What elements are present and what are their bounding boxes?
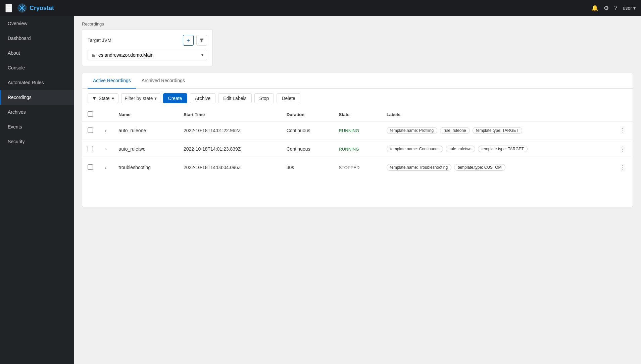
row3-checkbox[interactable]	[88, 164, 93, 170]
row3-more-button[interactable]: ⋮	[619, 163, 627, 172]
sidebar-item-events-label: Events	[8, 124, 22, 129]
row2-actions-cell: ⋮	[613, 140, 633, 158]
row2-labels: template.name: Continuous rule: ruletwo …	[381, 140, 613, 158]
breadcrumb-text: Recordings	[82, 21, 104, 27]
row2-label-1: template.name: Continuous	[387, 146, 443, 152]
row3-label-2: template.type: CUSTOM	[454, 164, 505, 171]
recordings-table: Name Start Time Duration State Labels	[82, 108, 633, 176]
user-chevron-icon: ▾	[633, 5, 636, 11]
target-select-chevron-icon: ▾	[201, 53, 203, 57]
stop-button[interactable]: Stop	[254, 93, 274, 103]
add-target-button[interactable]: ＋	[183, 35, 194, 46]
table-body: › auto_ruleone 2022-10-18T14:01:22.962Z …	[82, 121, 633, 177]
filter-state-button[interactable]: ▼ State ▾	[88, 93, 118, 103]
target-card-actions: ＋ 🗑	[183, 35, 207, 46]
row2-more-button[interactable]: ⋮	[619, 145, 627, 153]
sidebar-item-about-label: About	[8, 50, 20, 56]
row3-expand-cell: ›	[98, 158, 113, 177]
row1-name: auto_ruleone	[113, 121, 178, 140]
sidebar-item-recordings-label: Recordings	[8, 95, 32, 100]
row2-duration: Continuous	[281, 140, 334, 158]
header-name: Name	[113, 108, 178, 121]
edit-labels-button[interactable]: Edit Labels	[218, 93, 251, 103]
topbar-actions: 🔔 ⚙ ? user ▾	[591, 5, 636, 12]
header-checkbox-col	[82, 108, 98, 121]
row1-labels: template.name: Profiling rule: ruleone t…	[381, 121, 613, 140]
sidebar-item-dashboard-label: Dashboard	[8, 36, 31, 41]
row3-actions-cell: ⋮	[613, 158, 633, 177]
row1-start-time: 2022-10-18T14:01:22.962Z	[178, 121, 281, 140]
row2-name: auto_ruletwo	[113, 140, 178, 158]
recordings-tabs: Active Recordings Archived Recordings	[82, 73, 633, 89]
settings-button[interactable]: ⚙	[604, 5, 609, 12]
row1-label-3: template.type: TARGET	[473, 127, 522, 134]
tab-archived-recordings[interactable]: Archived Recordings	[136, 73, 190, 89]
row1-more-button[interactable]: ⋮	[619, 126, 627, 135]
sidebar-item-console[interactable]: Console	[0, 60, 74, 75]
row3-expand-button[interactable]: ›	[104, 164, 108, 171]
sidebar-item-security-label: Security	[8, 139, 25, 144]
row1-checkbox[interactable]	[88, 127, 93, 133]
header-state: State	[333, 108, 381, 121]
row1-state-badge: RUNNING	[339, 128, 359, 133]
tab-active-recordings[interactable]: Active Recordings	[88, 73, 136, 89]
sidebar-item-overview[interactable]: Overview	[0, 16, 74, 31]
svg-point-1	[21, 7, 23, 9]
sidebar-item-about[interactable]: About	[0, 46, 74, 60]
create-button[interactable]: Create	[163, 93, 187, 103]
sidebar-item-automated-rules[interactable]: Automated Rules	[0, 75, 74, 90]
topbar: ☰ Cryostat 🔔 ⚙ ? user ▾	[0, 0, 641, 16]
row1-label-2: rule: ruleone	[440, 127, 470, 134]
row3-label-1: template.name: Troubleshooting	[387, 164, 451, 171]
select-all-checkbox[interactable]	[88, 111, 93, 117]
row1-expand-button[interactable]: ›	[104, 127, 108, 134]
recordings-toolbar: ▼ State ▾ Filter by state ▾ Create Archi…	[82, 89, 633, 108]
row2-expand-button[interactable]: ›	[104, 146, 108, 152]
notifications-button[interactable]: 🔔	[591, 5, 598, 12]
row3-duration: 30s	[281, 158, 334, 177]
target-jvm-card: Target JVM ＋ 🗑 🖥 es.andrewazor.demo.Main…	[82, 29, 213, 66]
sidebar-item-archives[interactable]: Archives	[0, 105, 74, 119]
user-label: user	[623, 5, 632, 11]
add-icon: ＋	[186, 37, 191, 44]
sidebar-item-recordings[interactable]: Recordings	[0, 90, 74, 105]
row2-checkbox[interactable]	[88, 146, 93, 151]
row2-state: RUNNING	[333, 140, 381, 158]
delete-button[interactable]: Delete	[277, 93, 300, 103]
sidebar-item-security[interactable]: Security	[0, 134, 74, 149]
hamburger-menu[interactable]: ☰	[5, 4, 12, 12]
sidebar-item-dashboard[interactable]: Dashboard	[0, 31, 74, 46]
filter-icon: ▼	[92, 96, 97, 101]
table-row: › auto_ruleone 2022-10-18T14:01:22.962Z …	[82, 121, 633, 140]
row1-expand-cell: ›	[98, 121, 113, 140]
row2-state-badge: RUNNING	[339, 147, 359, 152]
row1-label-1: template.name: Profiling	[387, 127, 437, 134]
row3-labels: template.name: Troubleshooting template.…	[381, 158, 613, 177]
help-button[interactable]: ?	[614, 5, 617, 11]
delete-target-button[interactable]: 🗑	[196, 35, 207, 46]
tab-archived-recordings-label: Archived Recordings	[142, 78, 185, 83]
sidebar-item-console-label: Console	[8, 65, 25, 70]
target-select-icon: 🖥	[91, 53, 96, 58]
filter-dropdown-chevron-icon: ▾	[154, 96, 157, 101]
filter-state-chevron-icon: ▾	[112, 96, 114, 101]
filter-by-state-button[interactable]: Filter by state ▾	[121, 93, 160, 103]
user-menu[interactable]: user ▾	[623, 5, 636, 11]
content-area: Target JVM ＋ 🗑 🖥 es.andrewazor.demo.Main…	[74, 29, 641, 215]
row2-label-2: rule: ruletwo	[446, 146, 475, 152]
target-selected-value: es.andrewazor.demo.Main	[98, 52, 153, 58]
row3-start-time: 2022-10-18T14:03:04.096Z	[178, 158, 281, 177]
target-card-title: Target JVM	[88, 38, 111, 43]
table-header: Name Start Time Duration State Labels	[82, 108, 633, 121]
target-jvm-select[interactable]: 🖥 es.andrewazor.demo.Main ▾	[88, 50, 207, 60]
table-row: › troubleshooting 2022-10-18T14:03:04.09…	[82, 158, 633, 177]
row3-state-badge: STOPPED	[339, 165, 359, 170]
logo: Cryostat	[17, 3, 54, 13]
main-layout: Overview Dashboard About Console Automat…	[0, 16, 641, 364]
archive-button[interactable]: Archive	[190, 93, 216, 103]
header-labels: Labels	[381, 108, 613, 121]
header-actions-col	[613, 108, 633, 121]
row1-state: RUNNING	[333, 121, 381, 140]
target-card-header: Target JVM ＋ 🗑	[88, 35, 207, 46]
sidebar-item-events[interactable]: Events	[0, 119, 74, 134]
